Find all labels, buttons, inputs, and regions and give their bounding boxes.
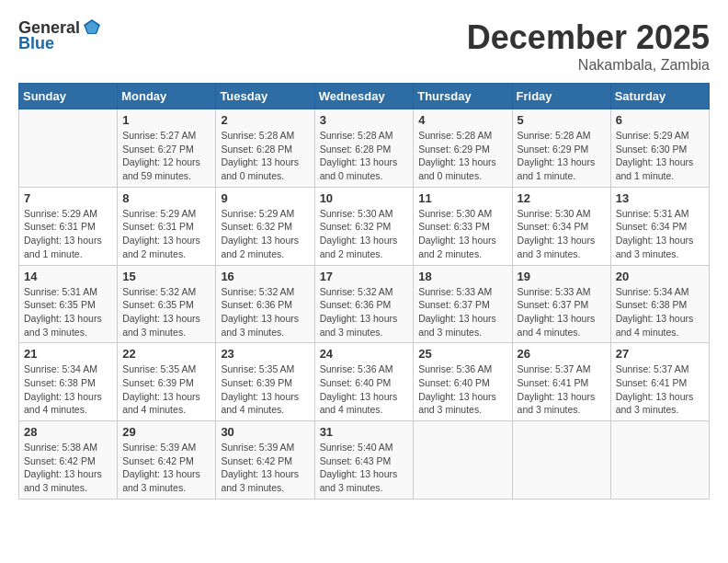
cell-content: Sunrise: 5:29 AMSunset: 6:31 PMDaylight:… bbox=[122, 207, 210, 261]
cell-content: Sunrise: 5:38 AMSunset: 6:42 PMDaylight:… bbox=[24, 441, 112, 495]
table-row: 3Sunrise: 5:28 AMSunset: 6:28 PMDaylight… bbox=[314, 109, 414, 188]
day-number: 15 bbox=[122, 270, 210, 283]
month-title: December 2025 bbox=[467, 18, 710, 57]
cell-content: Sunrise: 5:34 AMSunset: 6:38 PMDaylight:… bbox=[24, 362, 112, 417]
table-row: 5Sunrise: 5:28 AMSunset: 6:29 PMDaylight… bbox=[512, 109, 610, 188]
day-number: 28 bbox=[24, 425, 112, 439]
table-row: 31Sunrise: 5:40 AMSunset: 6:43 PMDayligh… bbox=[314, 421, 414, 500]
table-row: 17Sunrise: 5:32 AMSunset: 6:36 PMDayligh… bbox=[314, 265, 414, 343]
table-row: 26Sunrise: 5:37 AMSunset: 6:41 PMDayligh… bbox=[512, 343, 610, 421]
day-number: 19 bbox=[518, 270, 606, 283]
day-number: 6 bbox=[616, 113, 704, 127]
cell-content: Sunrise: 5:34 AMSunset: 6:38 PMDaylight:… bbox=[616, 285, 704, 339]
table-row bbox=[414, 421, 512, 500]
day-number: 27 bbox=[616, 347, 704, 361]
cell-content: Sunrise: 5:29 AMSunset: 6:31 PMDaylight:… bbox=[24, 207, 112, 261]
calendar: SundayMondayTuesdayWednesdayThursdayFrid… bbox=[18, 83, 710, 500]
cell-content: Sunrise: 5:37 AMSunset: 6:41 PMDaylight:… bbox=[518, 362, 606, 417]
day-number: 11 bbox=[418, 191, 506, 205]
logo: General Blue bbox=[18, 18, 102, 53]
calendar-header-row: SundayMondayTuesdayWednesdayThursdayFrid… bbox=[19, 84, 710, 109]
day-number: 17 bbox=[320, 270, 409, 283]
day-number: 12 bbox=[518, 191, 606, 205]
table-row: 28Sunrise: 5:38 AMSunset: 6:42 PMDayligh… bbox=[19, 421, 118, 500]
cell-content: Sunrise: 5:39 AMSunset: 6:42 PMDaylight:… bbox=[122, 441, 210, 495]
day-number: 20 bbox=[616, 270, 704, 283]
cell-content: Sunrise: 5:30 AMSunset: 6:32 PMDaylight:… bbox=[320, 207, 409, 261]
calendar-week-row: 28Sunrise: 5:38 AMSunset: 6:42 PMDayligh… bbox=[19, 421, 710, 500]
cell-content: Sunrise: 5:29 AMSunset: 6:32 PMDaylight:… bbox=[221, 207, 309, 261]
table-row: 24Sunrise: 5:36 AMSunset: 6:40 PMDayligh… bbox=[314, 343, 414, 421]
table-row: 11Sunrise: 5:30 AMSunset: 6:33 PMDayligh… bbox=[414, 187, 512, 265]
cell-content: Sunrise: 5:30 AMSunset: 6:34 PMDaylight:… bbox=[518, 207, 606, 261]
cell-content: Sunrise: 5:32 AMSunset: 6:35 PMDaylight:… bbox=[122, 285, 210, 339]
day-number: 25 bbox=[418, 347, 506, 361]
day-number: 29 bbox=[122, 425, 210, 439]
table-row: 12Sunrise: 5:30 AMSunset: 6:34 PMDayligh… bbox=[512, 187, 610, 265]
table-row: 20Sunrise: 5:34 AMSunset: 6:38 PMDayligh… bbox=[610, 265, 709, 343]
table-row: 1Sunrise: 5:27 AMSunset: 6:27 PMDaylight… bbox=[118, 109, 216, 188]
table-row bbox=[19, 109, 118, 188]
day-number: 26 bbox=[518, 347, 606, 361]
header: General Blue December 2025 Nakambala, Za… bbox=[18, 18, 710, 74]
day-number: 16 bbox=[221, 270, 309, 283]
location-title: Nakambala, Zambia bbox=[467, 57, 710, 74]
calendar-header-friday: Friday bbox=[512, 84, 610, 109]
cell-content: Sunrise: 5:36 AMSunset: 6:40 PMDaylight:… bbox=[320, 362, 409, 417]
cell-content: Sunrise: 5:40 AMSunset: 6:43 PMDaylight:… bbox=[320, 441, 409, 495]
cell-content: Sunrise: 5:33 AMSunset: 6:37 PMDaylight:… bbox=[518, 285, 606, 339]
calendar-header-monday: Monday bbox=[118, 84, 216, 109]
cell-content: Sunrise: 5:28 AMSunset: 6:28 PMDaylight:… bbox=[221, 129, 309, 183]
day-number: 9 bbox=[221, 191, 309, 205]
table-row: 4Sunrise: 5:28 AMSunset: 6:29 PMDaylight… bbox=[414, 109, 512, 188]
day-number: 18 bbox=[418, 270, 506, 283]
table-row: 14Sunrise: 5:31 AMSunset: 6:35 PMDayligh… bbox=[19, 265, 118, 343]
logo-blue: Blue bbox=[18, 34, 54, 53]
day-number: 7 bbox=[24, 191, 112, 205]
table-row: 30Sunrise: 5:39 AMSunset: 6:42 PMDayligh… bbox=[216, 421, 314, 500]
day-number: 2 bbox=[221, 113, 309, 127]
cell-content: Sunrise: 5:31 AMSunset: 6:35 PMDaylight:… bbox=[24, 285, 112, 339]
cell-content: Sunrise: 5:36 AMSunset: 6:40 PMDaylight:… bbox=[418, 362, 506, 417]
table-row bbox=[610, 421, 709, 500]
logo-flag-icon bbox=[82, 17, 102, 38]
cell-content: Sunrise: 5:32 AMSunset: 6:36 PMDaylight:… bbox=[320, 285, 409, 339]
calendar-week-row: 21Sunrise: 5:34 AMSunset: 6:38 PMDayligh… bbox=[19, 343, 710, 421]
cell-content: Sunrise: 5:28 AMSunset: 6:29 PMDaylight:… bbox=[418, 129, 506, 183]
table-row: 16Sunrise: 5:32 AMSunset: 6:36 PMDayligh… bbox=[216, 265, 314, 343]
day-number: 22 bbox=[122, 347, 210, 361]
day-number: 10 bbox=[320, 191, 409, 205]
calendar-header-saturday: Saturday bbox=[610, 84, 709, 109]
day-number: 13 bbox=[616, 191, 704, 205]
day-number: 8 bbox=[122, 191, 210, 205]
day-number: 1 bbox=[122, 113, 210, 127]
cell-content: Sunrise: 5:35 AMSunset: 6:39 PMDaylight:… bbox=[221, 362, 309, 417]
table-row: 13Sunrise: 5:31 AMSunset: 6:34 PMDayligh… bbox=[610, 187, 709, 265]
cell-content: Sunrise: 5:30 AMSunset: 6:33 PMDaylight:… bbox=[418, 207, 506, 261]
day-number: 3 bbox=[320, 113, 409, 127]
cell-content: Sunrise: 5:28 AMSunset: 6:29 PMDaylight:… bbox=[518, 129, 606, 183]
table-row: 8Sunrise: 5:29 AMSunset: 6:31 PMDaylight… bbox=[118, 187, 216, 265]
day-number: 30 bbox=[221, 425, 309, 439]
calendar-header-sunday: Sunday bbox=[19, 84, 118, 109]
calendar-week-row: 1Sunrise: 5:27 AMSunset: 6:27 PMDaylight… bbox=[19, 109, 710, 188]
cell-content: Sunrise: 5:27 AMSunset: 6:27 PMDaylight:… bbox=[122, 129, 210, 183]
day-number: 23 bbox=[221, 347, 309, 361]
table-row: 21Sunrise: 5:34 AMSunset: 6:38 PMDayligh… bbox=[19, 343, 118, 421]
day-number: 4 bbox=[418, 113, 506, 127]
calendar-week-row: 7Sunrise: 5:29 AMSunset: 6:31 PMDaylight… bbox=[19, 187, 710, 265]
table-row bbox=[512, 421, 610, 500]
table-row: 15Sunrise: 5:32 AMSunset: 6:35 PMDayligh… bbox=[118, 265, 216, 343]
cell-content: Sunrise: 5:37 AMSunset: 6:41 PMDaylight:… bbox=[616, 362, 704, 417]
table-row: 7Sunrise: 5:29 AMSunset: 6:31 PMDaylight… bbox=[19, 187, 118, 265]
table-row: 10Sunrise: 5:30 AMSunset: 6:32 PMDayligh… bbox=[314, 187, 414, 265]
cell-content: Sunrise: 5:35 AMSunset: 6:39 PMDaylight:… bbox=[122, 362, 210, 417]
day-number: 31 bbox=[320, 425, 409, 439]
calendar-header-tuesday: Tuesday bbox=[216, 84, 314, 109]
day-number: 14 bbox=[24, 270, 112, 283]
table-row: 9Sunrise: 5:29 AMSunset: 6:32 PMDaylight… bbox=[216, 187, 314, 265]
table-row: 25Sunrise: 5:36 AMSunset: 6:40 PMDayligh… bbox=[414, 343, 512, 421]
cell-content: Sunrise: 5:33 AMSunset: 6:37 PMDaylight:… bbox=[418, 285, 506, 339]
table-row: 2Sunrise: 5:28 AMSunset: 6:28 PMDaylight… bbox=[216, 109, 314, 188]
calendar-week-row: 14Sunrise: 5:31 AMSunset: 6:35 PMDayligh… bbox=[19, 265, 710, 343]
